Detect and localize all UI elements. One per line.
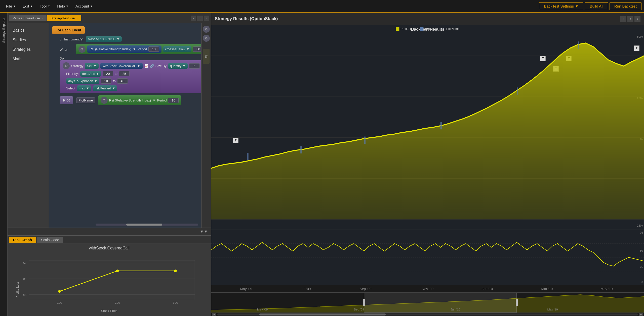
tab-up[interactable]: ↑ bbox=[197, 16, 203, 21]
canvas-right-panel: ⚙ ⚙ 🗑 bbox=[201, 23, 211, 228]
trash-btn[interactable]: 🗑 bbox=[203, 49, 210, 64]
risk-reward-label: riskReward bbox=[95, 86, 111, 90]
rsi-y-50: 50 bbox=[640, 249, 643, 252]
plot-rsi-block[interactable]: ⚙ Rsi (Relative Strength Index) ▼ Period bbox=[98, 95, 181, 105]
build-all-label: Build All bbox=[590, 4, 603, 8]
svg-rect-9 bbox=[29, 260, 195, 300]
right-header: Strategy Results (OptionStack) « ↑ ↓ bbox=[211, 13, 644, 25]
delta-abs-block[interactable]: deltaAbs ▼ bbox=[80, 71, 101, 77]
right-up-btn[interactable]: ↑ bbox=[627, 16, 633, 22]
tab-vertical-spread[interactable]: VerticalSpread.vse × bbox=[9, 15, 47, 21]
backtest-settings-button[interactable]: BackTest Settings ▼ bbox=[539, 2, 583, 10]
canvas-scrollbar[interactable] bbox=[96, 224, 198, 226]
scroll-right-btn[interactable]: ▶ bbox=[639, 313, 643, 316]
delta-to-input[interactable] bbox=[119, 71, 130, 76]
divider-icon[interactable]: ▼▼ bbox=[199, 229, 209, 234]
right-collapse-btn[interactable]: « bbox=[620, 16, 626, 22]
quantity-block[interactable]: quantity ▼ bbox=[168, 63, 188, 69]
rsi-arrow: ▼ bbox=[133, 47, 136, 51]
tab1-close[interactable]: × bbox=[41, 17, 43, 20]
days-block[interactable]: daysToExpiration ▼ bbox=[66, 78, 99, 84]
nav-math[interactable]: Math bbox=[8, 54, 49, 64]
strategy-row: ⚙ Strategy Sell ▼ withStock.CoveredCall … bbox=[63, 62, 200, 69]
menu-account-arrow: ▼ bbox=[90, 5, 93, 8]
crosses-below-block[interactable]: crossesBelow ▼ bbox=[163, 46, 191, 52]
chart-icon: 📈 bbox=[144, 64, 148, 68]
menu-tool[interactable]: Tool ▼ bbox=[36, 2, 54, 10]
max-block[interactable]: max ▼ bbox=[77, 85, 91, 91]
right-panel: Strategy Results (OptionStack) « ↑ ↓ Bac… bbox=[211, 13, 644, 316]
tab-risk-graph[interactable]: Risk Graph bbox=[9, 237, 36, 243]
menu-file[interactable]: File ▼ bbox=[3, 2, 19, 10]
svg-text:May '09: May '09 bbox=[240, 287, 252, 291]
filter-row: Filter by: deltaAbs ▼ to bbox=[66, 71, 130, 77]
svg-text:300: 300 bbox=[173, 301, 178, 304]
menu-account[interactable]: Account ▼ bbox=[72, 2, 96, 10]
instrument-block[interactable]: Nasdaq 100 (NDX) ▼ bbox=[86, 36, 122, 42]
max-label: max bbox=[79, 86, 85, 90]
build-all-button[interactable]: Build All bbox=[585, 2, 608, 10]
tab-scala-code[interactable]: Scala Code bbox=[37, 237, 63, 243]
tab-collapse-left[interactable]: « bbox=[191, 16, 196, 21]
days-from-input[interactable] bbox=[101, 78, 111, 84]
risk-reward-block[interactable]: riskReward ▼ bbox=[93, 85, 117, 91]
when-row: When ⚙ Rsi (Relative Strength Index) ▼ P… bbox=[60, 44, 208, 54]
on-instrument-label: on Instrument(s) bbox=[60, 37, 84, 41]
right-header-controls: « ↑ ↓ bbox=[620, 16, 640, 22]
svg-rect-34 bbox=[364, 293, 517, 312]
run-backtest-button[interactable]: Run Backtest bbox=[610, 2, 641, 10]
backtest-chart: BackTest Results Profit/Loss Trades Plot… bbox=[211, 25, 644, 230]
svg-rect-23 bbox=[578, 41, 579, 48]
delta-from-input[interactable] bbox=[103, 71, 113, 76]
with-stock-block[interactable]: withStock.CoveredCall ▼ bbox=[100, 63, 143, 69]
nav-strategies[interactable]: Strategies bbox=[8, 45, 49, 54]
gear-icon-strategy[interactable]: ⚙ bbox=[63, 62, 70, 69]
period-input-2[interactable] bbox=[168, 98, 179, 103]
scroll-left-btn[interactable]: ◀ bbox=[212, 313, 216, 316]
svg-rect-18 bbox=[247, 153, 249, 160]
menu-tool-label: Tool bbox=[40, 4, 47, 8]
tab-strategy-test[interactable]: StrategyTest.vse × bbox=[47, 15, 82, 21]
svg-text:100: 100 bbox=[57, 301, 62, 304]
mini-nav-svg: May '09 Sep '09 Jan '10 May '10 bbox=[211, 293, 644, 312]
tab2-close[interactable]: × bbox=[76, 17, 78, 20]
rsi-label: Rsi (Relative Strength Index) bbox=[90, 47, 131, 51]
tab1-label: VerticalSpread.vse bbox=[13, 16, 40, 20]
right-down-btn[interactable]: ↓ bbox=[634, 16, 640, 22]
risk-chart-svg: 5k 0k -5k 100 200 300 bbox=[13, 252, 206, 308]
plot-block[interactable]: Plot bbox=[60, 96, 73, 104]
to-label-2: to bbox=[113, 79, 116, 83]
menu-help[interactable]: Help ▼ bbox=[54, 2, 72, 10]
period-label: Period bbox=[138, 47, 147, 51]
strategy-nav: Basics Studies Strategies Math bbox=[8, 23, 49, 228]
tab-down[interactable]: ↓ bbox=[204, 16, 209, 21]
svg-point-11 bbox=[116, 270, 119, 272]
menu-file-arrow: ▼ bbox=[13, 5, 16, 8]
filter-label: Filter by: bbox=[66, 72, 79, 76]
lower-tab-bar: Risk Graph Scala Code bbox=[8, 236, 211, 243]
nav-basics[interactable]: Basics bbox=[8, 26, 49, 35]
menu-edit-label: Edit bbox=[23, 4, 29, 8]
nav-studies[interactable]: Studies bbox=[8, 35, 49, 45]
blocks-canvas[interactable]: For Each Event on Instrument(s) Nasdaq 1… bbox=[49, 23, 211, 228]
rsi-y-0: 0 bbox=[641, 281, 643, 284]
days-to-input[interactable] bbox=[117, 78, 128, 84]
sidebar: Strategy Explorer bbox=[0, 13, 8, 316]
gear-icon-plot[interactable]: ⚙ bbox=[101, 97, 108, 104]
gear-btn-1[interactable]: ⚙ bbox=[203, 26, 210, 33]
rsi-y-25: 25 bbox=[640, 266, 643, 269]
when-inner: ⚙ Rsi (Relative Strength Index) ▼ Period… bbox=[76, 44, 206, 54]
period-input-1[interactable] bbox=[148, 46, 159, 52]
gear-btn-2[interactable]: ⚙ bbox=[203, 35, 210, 42]
days-label: daysToExpiration bbox=[68, 79, 93, 83]
rsi-block[interactable]: Rsi (Relative Strength Index) ▼ Period bbox=[87, 45, 162, 53]
menu-edit[interactable]: Edit ▼ bbox=[19, 2, 36, 10]
sell-block[interactable]: Sell ▼ bbox=[85, 63, 99, 69]
menu-bar: File ▼ Edit ▼ Tool ▼ Help ▼ Account ▼ Ba… bbox=[0, 0, 644, 13]
scroll-track[interactable] bbox=[217, 313, 638, 315]
svg-rect-21 bbox=[440, 122, 442, 129]
gear-icon-when[interactable]: ⚙ bbox=[78, 46, 86, 53]
rsi-oscillator-svg bbox=[211, 230, 644, 285]
qty-input[interactable] bbox=[189, 63, 200, 69]
for-each-block-inner[interactable]: For Each Event bbox=[52, 26, 85, 34]
